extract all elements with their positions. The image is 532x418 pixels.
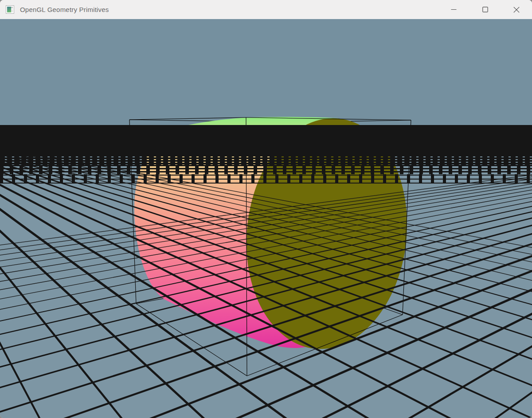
horizon-dither-row [0, 165, 532, 174]
minimize-icon [450, 6, 457, 13]
horizon-dither-row [0, 156, 532, 165]
app-window-icon [6, 5, 14, 14]
maximize-button[interactable] [469, 0, 501, 19]
close-icon [513, 6, 520, 13]
app-icon-glass [7, 7, 11, 12]
horizon-band [0, 125, 532, 156]
maximize-icon [482, 6, 489, 13]
app-icon-pane [11, 7, 13, 8]
window-titlebar[interactable]: OpenGL Geometry Primitives [0, 0, 532, 19]
opengl-viewport [0, 19, 532, 418]
window-title: OpenGL Geometry Primitives [20, 6, 109, 13]
minimize-button[interactable] [438, 0, 469, 19]
close-button[interactable] [501, 0, 532, 19]
app-window: OpenGL Geometry Primitives [0, 0, 532, 418]
window-controls [438, 0, 532, 19]
horizon-dither-row [0, 174, 532, 184]
app-icon-pane2 [11, 9, 13, 12]
viewport-canvas[interactable] [0, 19, 532, 418]
